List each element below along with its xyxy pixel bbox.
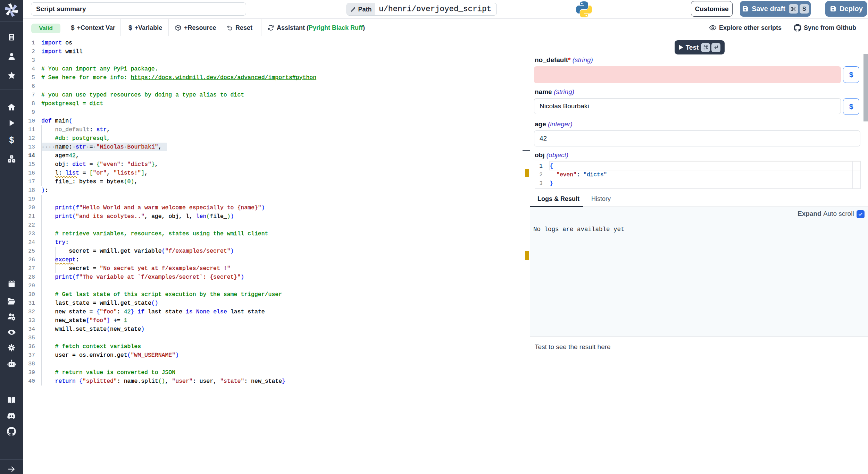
svg-text:$: $ — [9, 136, 14, 145]
